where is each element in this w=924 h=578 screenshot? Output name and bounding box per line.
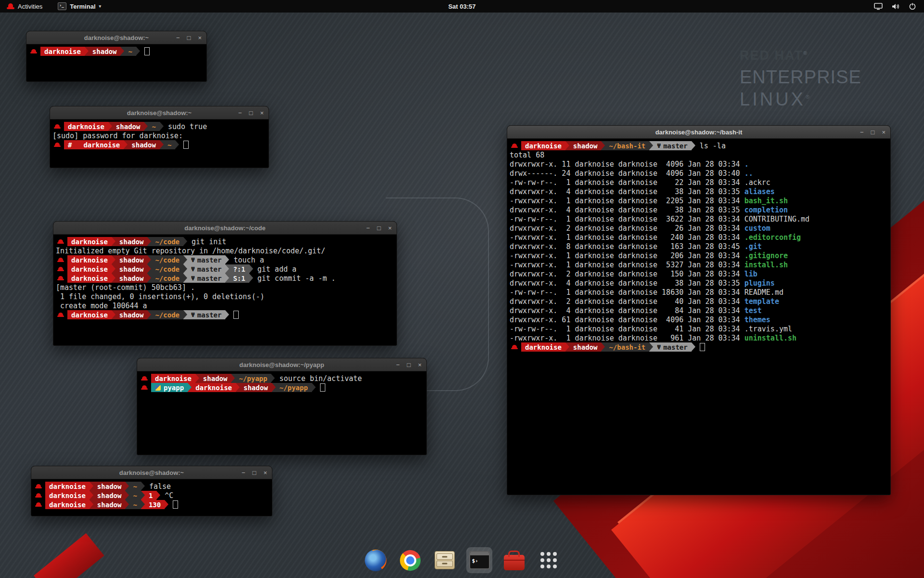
terminal-content[interactable]: darknoiseshadow~/code git initInitialize…	[53, 235, 397, 345]
window-title: darknoise@shadow:~	[127, 109, 192, 117]
powerline-arrow	[225, 255, 229, 264]
terminal-window-pyapp[interactable]: darknoise@shadow:~/pyapp − □ × darknoise…	[137, 358, 427, 455]
minimize-button[interactable]: −	[366, 225, 370, 231]
redhat-prompt-icon	[35, 484, 42, 489]
terminal-line: darknoiseshadow~/code git init	[56, 237, 394, 246]
powerline-arrow-triangle	[112, 255, 116, 264]
file-name: template	[744, 297, 779, 306]
redhat-prompt-icon	[54, 124, 61, 130]
prompt-git-segment: Ψmaster	[187, 264, 225, 274]
titlebar[interactable]: darknoise@shadow:~ − □ ×	[26, 31, 206, 44]
minimize-button[interactable]: −	[396, 362, 400, 368]
prompt-host-segment: shadow	[569, 342, 602, 352]
minimize-button[interactable]: −	[242, 470, 245, 476]
prompt-root-segment: #	[64, 140, 76, 149]
powerline-arrow-triangle	[271, 374, 275, 382]
file-name: aliases	[744, 187, 775, 196]
terminal-cursor	[233, 311, 239, 319]
powerline-arrow-triangle	[125, 491, 129, 499]
terminal-window-home-2[interactable]: darknoise@shadow:~ − □ × darknoiseshadow…	[31, 466, 272, 516]
powerline-arrow	[183, 237, 187, 246]
terminal-content[interactable]: darknoiseshadow~/pyapp source bin/activa…	[137, 371, 426, 455]
terminal-line: -rw-rw-r--. 1 darknoise darknoise 22 Jan…	[510, 178, 888, 187]
dock-app-grid[interactable]	[536, 547, 562, 573]
close-button[interactable]: ×	[198, 35, 202, 41]
dock-software[interactable]	[501, 547, 527, 573]
terminal-window-bash-it[interactable]: darknoise@shadow:~/bash-it − □ × darknoi…	[507, 125, 891, 495]
titlebar[interactable]: darknoise@shadow:~ − □ ×	[31, 466, 272, 479]
maximize-button[interactable]: □	[187, 35, 191, 41]
powerline-arrow	[112, 274, 116, 283]
terminal-window-home-1[interactable]: darknoise@shadow:~ − □ × darknoiseshadow…	[26, 31, 207, 82]
terminal-content[interactable]: darknoiseshadow~ falsedarknoiseshadow~1 …	[31, 479, 272, 516]
output-text: Initialized empty Git repository in /hom…	[56, 247, 325, 255]
titlebar[interactable]: darknoise@shadow:~/code − □ ×	[53, 222, 397, 235]
segment-text: ~/code	[155, 238, 180, 246]
titlebar[interactable]: darknoise@shadow:~/pyapp − □ ×	[137, 358, 426, 371]
git-branch-icon: Ψ	[191, 275, 195, 282]
activities-button[interactable]: Activities	[5, 0, 44, 13]
powerline-arrow	[147, 255, 151, 264]
powerline-arrow	[108, 122, 112, 131]
window-title: darknoise@shadow:~/bash-it	[655, 129, 743, 136]
powerline-arrow	[120, 47, 124, 56]
dock-firefox[interactable]	[362, 547, 388, 573]
prompt-path-segment: ~/code	[151, 274, 183, 283]
powerline-arrow-triangle	[160, 140, 164, 149]
terminal-content[interactable]: darknoiseshadow~	[26, 44, 206, 81]
prompt-user-segment: darknoise	[67, 237, 112, 246]
close-button[interactable]: ×	[260, 110, 264, 116]
powerline-arrow-triangle	[236, 383, 240, 392]
prompt-path-segment: ~	[129, 500, 141, 509]
close-button[interactable]: ×	[263, 470, 267, 476]
maximize-button[interactable]: □	[249, 110, 253, 116]
file-meta: -rwxrwxr-x. 1 darknoise darknoise 961 Ja…	[510, 334, 744, 342]
terminal-window-code[interactable]: darknoise@shadow:~/code − □ × darknoises…	[53, 221, 397, 346]
terminal-line: pyappdarknoiseshadow~/pyapp	[140, 383, 424, 392]
prompt-host-segment: shadow	[116, 255, 148, 264]
status-area[interactable]	[874, 2, 924, 10]
minimize-button[interactable]: −	[860, 129, 864, 135]
close-button[interactable]: ×	[388, 225, 392, 231]
maximize-button[interactable]: □	[871, 129, 875, 135]
clock[interactable]: Sat 03:57	[448, 3, 475, 10]
minimize-button[interactable]: −	[176, 35, 180, 41]
minimize-button[interactable]: −	[238, 110, 242, 116]
powerline-arrow	[165, 500, 168, 509]
segment-text: #	[68, 141, 72, 149]
dock-terminal[interactable]	[466, 547, 492, 573]
prompt-host-segment: shadow	[116, 274, 148, 283]
powerline-arrow	[649, 141, 653, 150]
powerline-arrow	[141, 500, 145, 509]
close-button[interactable]: ×	[882, 129, 886, 135]
maximize-button[interactable]: □	[377, 225, 381, 231]
titlebar[interactable]: darknoise@shadow:~ − □ ×	[50, 106, 269, 119]
powerline-arrow-triangle	[183, 255, 187, 264]
redhat-wordmark: RED HAT® ENTERPRISE LINUX®	[740, 49, 861, 108]
file-name: custom	[744, 224, 770, 233]
maximize-button[interactable]: □	[253, 470, 257, 476]
dock-files[interactable]	[432, 547, 458, 573]
terminal-line: drwxrwxr-x. 8 darknoise darknoise 163 Ja…	[510, 242, 888, 251]
terminal-line: darknoiseshadow~1 ^C	[34, 491, 270, 500]
titlebar[interactable]: darknoise@shadow:~/bash-it − □ ×	[507, 126, 890, 139]
file-meta: drwxrwxr-x. 4 darknoise darknoise 84 Jan…	[510, 306, 744, 315]
prompt-path-segment: ~	[129, 482, 141, 491]
terminal-window-sudo[interactable]: darknoise@shadow:~ − □ × darknoiseshadow…	[50, 106, 269, 168]
powerline-arrow-triangle	[141, 482, 145, 490]
file-name: CONTRIBUTING.md	[744, 215, 809, 223]
terminal-content[interactable]: darknoiseshadow~/bash-itΨmaster ls -lato…	[507, 139, 890, 495]
maximize-button[interactable]: □	[407, 362, 411, 368]
powerline-arrow-triangle	[108, 122, 112, 131]
app-menu-terminal[interactable]: Terminal ▾	[58, 2, 101, 10]
powerline-arrow	[272, 383, 276, 392]
close-button[interactable]: ×	[418, 362, 422, 368]
dock-chrome[interactable]	[397, 547, 423, 573]
powerline-arrow	[125, 491, 129, 500]
command-text: sudo true	[164, 122, 207, 131]
prompt-path-segment: ~/code	[151, 264, 183, 274]
terminal-content[interactable]: darknoiseshadow~ sudo true[sudo] passwor…	[50, 119, 269, 168]
powerline-arrow	[112, 310, 116, 319]
segment-text: ~/bash-it	[609, 142, 645, 150]
output-text: [sudo] password for darknoise:	[52, 131, 187, 140]
